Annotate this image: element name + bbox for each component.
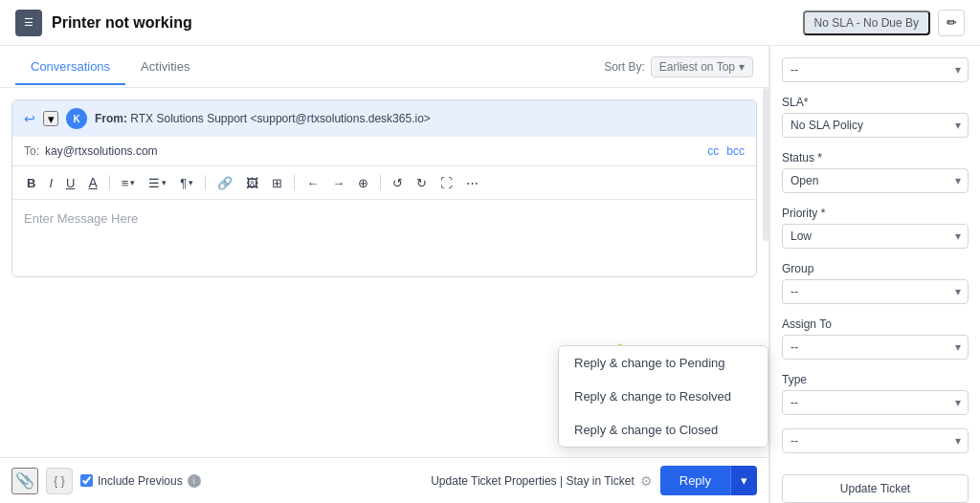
sort-select[interactable]: Earliest on Top ▾ (651, 56, 753, 77)
menu-icon: ☰ (24, 16, 33, 29)
status-field: Status * Open (782, 151, 969, 193)
tab-activities[interactable]: Activities (125, 50, 205, 85)
header: ☰ Printer not working No SLA - No Due By… (0, 0, 980, 46)
edit-button[interactable]: ✏ (938, 10, 965, 36)
priority-select[interactable]: Low (782, 224, 969, 249)
right-panel: -- SLA* No SLA Policy Status * Open (769, 46, 980, 503)
priority-select-wrapper: Low (782, 224, 969, 249)
insert-button[interactable]: ⊕ (353, 173, 373, 193)
group-select-wrapper: -- (782, 279, 969, 304)
type-select[interactable]: -- (782, 390, 969, 415)
link-button[interactable]: 🔗 (212, 173, 237, 193)
page-title: Printer not working (52, 14, 803, 32)
redo-button[interactable]: ↻ (412, 173, 432, 193)
reply-dropdown-menu: Reply & change to Pending Reply & change… (558, 345, 768, 448)
group-field: Group -- (782, 262, 969, 304)
extra-select[interactable]: -- (782, 428, 969, 453)
toolbar-divider-4 (380, 175, 381, 190)
reply-button-group: Reply ▾ (660, 466, 757, 495)
table-button[interactable]: ⊞ (267, 173, 287, 193)
editor-toolbar: B I U A ≡▾ ☰▾ ¶▾ 🔗 🖼 ⊞ ← → ⊕ (12, 166, 756, 200)
image-button[interactable]: 🖼 (241, 173, 263, 193)
left-panel: Conversations Activities Sort By: Earlie… (0, 46, 769, 503)
update-props-text: Update Ticket Properties | Stay in Ticke… (431, 473, 653, 489)
info-icon[interactable]: i (188, 474, 201, 488)
snippet-button[interactable]: { } (46, 468, 73, 494)
editor-placeholder: Enter Message Here (24, 211, 138, 226)
tabs-bar: Conversations Activities Sort By: Earlie… (0, 46, 768, 88)
attach-button[interactable]: 📎 (11, 468, 38, 494)
include-previous-label: Include Previous i (80, 474, 201, 488)
top-select[interactable]: -- (782, 57, 969, 82)
reply-dropdown-toggle[interactable]: ▾ (730, 466, 757, 495)
from-label: From: (95, 112, 127, 125)
reply-change-closed[interactable]: Reply & change to Closed (559, 413, 768, 447)
sort-value: Earliest on Top (659, 60, 735, 74)
bcc-button[interactable]: bcc (726, 144, 745, 158)
top-field-group: -- (782, 57, 969, 82)
fullscreen-button[interactable]: ⛶ (435, 173, 457, 193)
include-previous-text: Include Previous (98, 474, 183, 488)
toolbar-divider-1 (109, 175, 110, 190)
assign-field: Assign To -- (782, 317, 969, 360)
tab-conversations[interactable]: Conversations (15, 50, 125, 85)
reply-card-header: ↩ ▾ K From: RTX Solutions Support <suppo… (12, 100, 756, 137)
sla-select[interactable]: No SLA Policy (782, 113, 969, 138)
reply-change-pending[interactable]: Reply & change to Pending (559, 346, 768, 380)
type-select-wrapper: -- (782, 390, 969, 415)
bottom-bar: 📎 { } Include Previous i Update Ticket P… (0, 457, 768, 503)
assign-select-wrapper: -- (782, 335, 969, 360)
font-button[interactable]: A (83, 172, 101, 193)
group-select[interactable]: -- (782, 279, 969, 304)
update-ticket-button[interactable]: Update Ticket (782, 474, 969, 503)
toolbar-divider-3 (294, 175, 295, 190)
top-select-wrapper: -- (782, 57, 969, 82)
sla-field: SLA* No SLA Policy (782, 96, 969, 138)
cc-bcc: cc bcc (707, 144, 745, 158)
italic-button[interactable]: I (44, 173, 57, 193)
to-field: To: kay@rtxsolutions.com cc bcc (12, 137, 756, 166)
paragraph-button[interactable]: ¶▾ (175, 173, 198, 193)
type-field: Type -- (782, 373, 969, 415)
priority-label: Priority * (782, 207, 969, 220)
reply-dropdown-button[interactable]: ▾ (43, 111, 58, 126)
priority-field: Priority * Low (782, 207, 969, 249)
reply-card: ↩ ▾ K From: RTX Solutions Support <suppo… (11, 99, 757, 277)
main-layout: Conversations Activities Sort By: Earlie… (0, 46, 980, 503)
sort-by: Sort By: Earliest on Top ▾ (604, 56, 753, 77)
sort-by-label: Sort By: (604, 60, 645, 74)
extra-field: -- (782, 428, 969, 453)
avatar: K (66, 108, 87, 129)
include-previous-checkbox[interactable] (80, 474, 93, 487)
editor-area[interactable]: Enter Message Here (12, 200, 756, 276)
group-label: Group (782, 262, 969, 275)
sla-label: SLA* (782, 96, 969, 109)
undo-button[interactable]: ↺ (388, 173, 408, 193)
from-address: RTX Solutions Support <support@rtxsoluti… (130, 112, 430, 125)
to-email: kay@rtxsolutions.com (45, 144, 707, 158)
arrow-left-button[interactable]: ← (301, 173, 323, 193)
ordered-list-button[interactable]: ≡▾ (117, 173, 141, 193)
unordered-list-button[interactable]: ☰▾ (144, 173, 171, 193)
arrow-right-button[interactable]: → (327, 173, 349, 193)
scroll-indicator (763, 88, 768, 241)
assign-select[interactable]: -- (782, 335, 969, 360)
more-button[interactable]: ⋯ (461, 173, 483, 193)
bold-button[interactable]: B (22, 173, 40, 193)
status-select[interactable]: Open (782, 168, 969, 193)
type-label: Type (782, 373, 969, 386)
status-select-wrapper: Open (782, 168, 969, 193)
reply-arrow-icon: ↩ (24, 111, 35, 126)
reply-main-button[interactable]: Reply (660, 466, 730, 495)
sla-badge[interactable]: No SLA - No Due By (803, 11, 930, 35)
sort-chevron-icon: ▾ (739, 60, 745, 74)
sla-select-wrapper: No SLA Policy (782, 113, 969, 138)
cc-button[interactable]: cc (707, 144, 719, 158)
toolbar-divider-2 (205, 175, 206, 190)
to-label: To: (24, 144, 39, 158)
underline-button[interactable]: U (61, 173, 79, 193)
assign-label: Assign To (782, 317, 969, 331)
reply-change-resolved[interactable]: Reply & change to Resolved (559, 380, 768, 413)
gear-icon[interactable]: ⚙ (640, 473, 653, 489)
extra-select-wrapper: -- (782, 428, 969, 453)
